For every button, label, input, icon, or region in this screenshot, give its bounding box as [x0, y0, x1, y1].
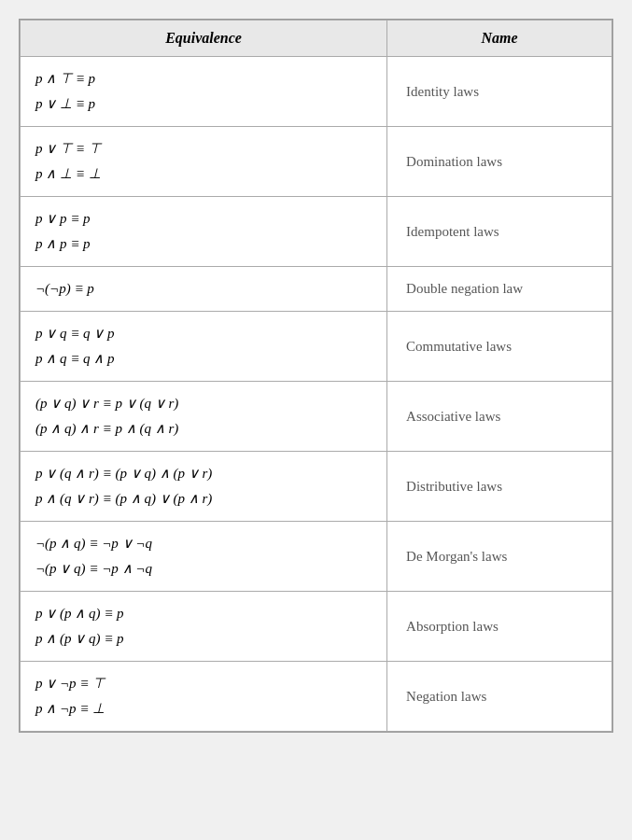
eq1-double-negation: ¬(¬p) ≡ p	[35, 276, 372, 301]
equivalence-cell-associative: (p ∨ q) ∨ r ≡ p ∨ (q ∨ r)(p ∧ q) ∧ r ≡ p…	[21, 382, 387, 452]
eq2-idempotent: p ∧ p ≡ p	[35, 231, 372, 257]
name-cell-commutative: Commutative laws	[387, 312, 612, 382]
name-header: Name	[387, 21, 612, 57]
eq2-absorption: p ∧ (p ∨ q) ≡ p	[35, 626, 372, 651]
eq2-commutative: p ∧ q ≡ q ∧ p	[35, 346, 372, 371]
table-header-row: Equivalence Name	[21, 21, 612, 57]
eq1-distributive: p ∨ (q ∧ r) ≡ (p ∨ q) ∧ (p ∨ r)	[35, 461, 372, 486]
equivalence-cell-double-negation: ¬(¬p) ≡ p	[21, 267, 387, 312]
eq2-demorgan: ¬(p ∨ q) ≡ ¬p ∧ ¬q	[35, 556, 372, 581]
equivalence-cell-distributive: p ∨ (q ∧ r) ≡ (p ∨ q) ∧ (p ∨ r)p ∧ (q ∨ …	[21, 452, 387, 522]
eq1-domination: p ∨ ⊤ ≡ ⊤	[35, 136, 372, 161]
table-row-double-negation: ¬(¬p) ≡ pDouble negation law	[21, 267, 612, 312]
name-cell-distributive: Distributive laws	[387, 452, 612, 522]
eq1-demorgan: ¬(p ∧ q) ≡ ¬p ∨ ¬q	[35, 531, 372, 556]
name-cell-absorption: Absorption laws	[387, 592, 612, 662]
equivalence-cell-identity: p ∧ ⊤ ≡ pp ∨ ⊥ ≡ p	[21, 57, 387, 127]
table-row-idempotent: p ∨ p ≡ pp ∧ p ≡ pIdempotent laws	[21, 197, 612, 267]
name-cell-double-negation: Double negation law	[387, 267, 612, 312]
name-cell-identity: Identity laws	[387, 57, 612, 127]
equivalence-cell-negation: p ∨ ¬p ≡ ⊤p ∧ ¬p ≡ ⊥	[21, 662, 387, 732]
table-row-demorgan: ¬(p ∧ q) ≡ ¬p ∨ ¬q¬(p ∨ q) ≡ ¬p ∧ ¬qDe M…	[21, 522, 612, 592]
eq1-negation: p ∨ ¬p ≡ ⊤	[35, 671, 372, 696]
eq1-idempotent: p ∨ p ≡ p	[35, 206, 372, 231]
equivalence-header: Equivalence	[21, 21, 387, 57]
equivalence-cell-domination: p ∨ ⊤ ≡ ⊤p ∧ ⊥ ≡ ⊥	[21, 127, 387, 197]
logic-equivalences-table: Equivalence Name p ∧ ⊤ ≡ pp ∨ ⊥ ≡ pIdent…	[19, 19, 613, 733]
equivalence-cell-demorgan: ¬(p ∧ q) ≡ ¬p ∨ ¬q¬(p ∨ q) ≡ ¬p ∧ ¬q	[21, 522, 387, 592]
eq1-absorption: p ∨ (p ∧ q) ≡ p	[35, 601, 372, 626]
name-cell-domination: Domination laws	[387, 127, 612, 197]
eq2-identity: p ∨ ⊥ ≡ p	[35, 91, 372, 117]
table-row-commutative: p ∨ q ≡ q ∨ pp ∧ q ≡ q ∧ pCommutative la…	[21, 312, 612, 382]
eq2-associative: (p ∧ q) ∧ r ≡ p ∧ (q ∧ r)	[35, 416, 372, 441]
name-cell-negation: Negation laws	[387, 662, 612, 732]
equivalence-cell-absorption: p ∨ (p ∧ q) ≡ pp ∧ (p ∨ q) ≡ p	[21, 592, 387, 662]
table-row-negation: p ∨ ¬p ≡ ⊤p ∧ ¬p ≡ ⊥Negation laws	[21, 662, 612, 732]
table-row-absorption: p ∨ (p ∧ q) ≡ pp ∧ (p ∨ q) ≡ pAbsorption…	[21, 592, 612, 662]
table-row-domination: p ∨ ⊤ ≡ ⊤p ∧ ⊥ ≡ ⊥Domination laws	[21, 127, 612, 197]
table-row-identity: p ∧ ⊤ ≡ pp ∨ ⊥ ≡ pIdentity laws	[21, 57, 612, 127]
name-cell-demorgan: De Morgan's laws	[387, 522, 612, 592]
eq1-identity: p ∧ ⊤ ≡ p	[35, 66, 372, 91]
table-row-associative: (p ∨ q) ∨ r ≡ p ∨ (q ∨ r)(p ∧ q) ∧ r ≡ p…	[21, 382, 612, 452]
name-cell-associative: Associative laws	[387, 382, 612, 452]
eq2-distributive: p ∧ (q ∨ r) ≡ (p ∧ q) ∨ (p ∧ r)	[35, 486, 372, 511]
eq1-commutative: p ∨ q ≡ q ∨ p	[35, 321, 372, 346]
eq2-domination: p ∧ ⊥ ≡ ⊥	[35, 161, 372, 187]
equivalence-cell-commutative: p ∨ q ≡ q ∨ pp ∧ q ≡ q ∧ p	[21, 312, 387, 382]
eq2-negation: p ∧ ¬p ≡ ⊥	[35, 696, 372, 721]
name-cell-idempotent: Idempotent laws	[387, 197, 612, 267]
table-row-distributive: p ∨ (q ∧ r) ≡ (p ∨ q) ∧ (p ∨ r)p ∧ (q ∨ …	[21, 452, 612, 522]
eq1-associative: (p ∨ q) ∨ r ≡ p ∨ (q ∨ r)	[35, 391, 372, 416]
equivalence-cell-idempotent: p ∨ p ≡ pp ∧ p ≡ p	[21, 197, 387, 267]
